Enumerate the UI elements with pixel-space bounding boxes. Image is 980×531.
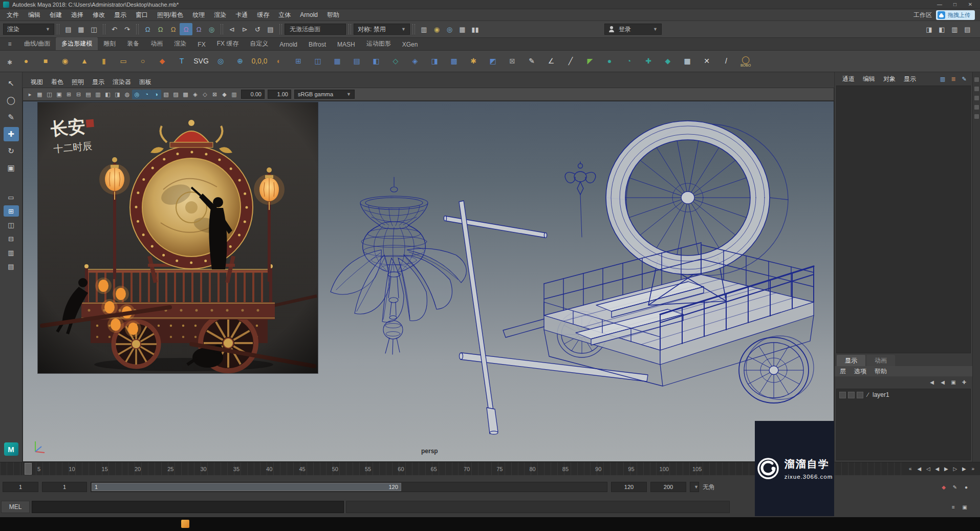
layout-button[interactable]: ◫: [4, 219, 19, 230]
shelf-tool-icon[interactable]: ▦: [330, 52, 345, 71]
command-line-icon[interactable]: ▣: [961, 502, 969, 512]
shelf-tool-icon[interactable]: ◩: [485, 52, 500, 71]
side-strip-toggle-icon[interactable]: [974, 96, 979, 100]
playback-button[interactable]: ▶: [942, 464, 950, 474]
panel-menu-item[interactable]: 显示: [88, 76, 108, 88]
shelf-tool-icon[interactable]: ⊞: [291, 52, 306, 71]
side-strip-toggle-icon[interactable]: [974, 114, 979, 119]
viewport-toolbar-icon[interactable]: ◨: [113, 90, 122, 99]
separator[interactable]: [279, 24, 282, 34]
range-bar[interactable]: 1 120: [92, 483, 401, 491]
viewport-toolbar-icon[interactable]: ◈: [190, 90, 200, 99]
shelf-tool-icon[interactable]: ▤: [349, 52, 364, 71]
panel-menu-item[interactable]: 面板: [135, 76, 156, 88]
separator[interactable]: [136, 24, 139, 34]
playback-button[interactable]: ▷: [951, 464, 960, 474]
layer-editor-menu-item[interactable]: 选项: [850, 366, 870, 377]
shelf-tool-icon[interactable]: ◆: [155, 52, 170, 71]
playback-button[interactable]: ◀: [933, 464, 942, 474]
playback-start-field[interactable]: [42, 482, 87, 492]
playback-button[interactable]: ◁: [924, 464, 932, 474]
anim-option-icon[interactable]: ✎: [951, 482, 959, 492]
menu-item[interactable]: 帮助: [322, 9, 344, 20]
viewport-toolbar-icon[interactable]: ◫: [45, 90, 54, 99]
tool-button[interactable]: ↖: [4, 76, 19, 91]
viewport-toolbar-icon[interactable]: ▨: [171, 90, 181, 99]
menu-item[interactable]: 选择: [67, 9, 88, 20]
shelf-tool-icon[interactable]: ▩: [446, 52, 462, 71]
login-dropdown[interactable]: 登录 ▼: [604, 24, 662, 35]
viewport-toolbar-icon[interactable]: ◔: [142, 90, 151, 99]
viewport-toolbar-icon[interactable]: ⊞: [64, 90, 74, 99]
channel-box-menu-item[interactable]: 对象: [880, 73, 899, 84]
shelf-tool-icon[interactable]: ●: [18, 52, 34, 71]
panel-menu-item[interactable]: 照明: [68, 76, 88, 88]
layer-editor-tab[interactable]: 显示: [837, 355, 865, 366]
viewport-toolbar-icon[interactable]: ⊠: [210, 90, 220, 99]
construction-icon[interactable]: ⊲: [226, 23, 238, 35]
panel-toggle-icon[interactable]: ▥: [948, 23, 961, 35]
window-control-button[interactable]: □: [947, 1, 963, 9]
shelf-tool-icon[interactable]: ✕: [699, 52, 714, 71]
shelf-tool-icon[interactable]: ◉: [57, 52, 73, 71]
file-icon[interactable]: ▦: [75, 23, 88, 35]
shelf-tool-icon[interactable]: ◐: [271, 52, 287, 71]
snap-icon[interactable]: Ω: [154, 23, 167, 35]
playback-button[interactable]: ▶: [960, 464, 968, 474]
layer-display-type-icon[interactable]: ∕: [865, 391, 870, 398]
command-line-icon[interactable]: ≡: [949, 502, 957, 512]
playback-button[interactable]: »: [969, 464, 977, 474]
shelf-tool-icon[interactable]: ◤: [582, 52, 598, 71]
separator[interactable]: [349, 24, 351, 34]
menu-item[interactable]: 缓存: [252, 9, 274, 20]
shelf-tab[interactable]: XGen: [397, 39, 424, 50]
construction-icon[interactable]: ⊳: [238, 23, 251, 35]
panel-toggle-icon[interactable]: ◧: [935, 23, 948, 35]
shelf-tool-icon[interactable]: SVG: [193, 52, 209, 71]
separator[interactable]: [103, 24, 105, 34]
channel-box-corner-icon[interactable]: ≣: [949, 75, 957, 83]
shelf-side-icon[interactable]: ≡: [8, 40, 11, 48]
separator[interactable]: [57, 24, 59, 34]
character-set-dropdown[interactable]: ▼: [690, 482, 699, 492]
window-control-button[interactable]: ✕: [963, 1, 978, 9]
construction-icon[interactable]: ▤: [264, 23, 277, 35]
layer-playback-toggle[interactable]: [848, 392, 855, 398]
viewport-toolbar-icon[interactable]: ◆: [220, 90, 229, 99]
snap-icon[interactable]: Ω: [192, 23, 205, 35]
anim-option-icon[interactable]: ●: [962, 482, 970, 492]
playback-button[interactable]: «: [906, 464, 914, 474]
viewport-toolbar-icon[interactable]: ▩: [181, 90, 190, 99]
render-icon[interactable]: ▮▮: [469, 23, 482, 35]
shelf-tool-icon[interactable]: ⊕: [232, 52, 248, 71]
tool-button[interactable]: ↻: [4, 144, 19, 158]
separator[interactable]: [221, 24, 223, 34]
channel-box-corner-icon[interactable]: ✎: [960, 75, 968, 83]
shelf-tool-icon[interactable]: ◯BOBO: [738, 52, 753, 71]
layer-editor-menu-item[interactable]: 帮助: [870, 366, 891, 377]
viewport-toolbar-icon[interactable]: ◍: [122, 90, 132, 99]
layer-toolbar-icon[interactable]: ✚: [960, 378, 968, 386]
shelf-tool-icon[interactable]: ◇: [388, 52, 403, 71]
shelf-tool-icon[interactable]: ∠: [543, 52, 559, 71]
shelf-tool-icon[interactable]: 0,0,0: [252, 52, 267, 71]
shelf-tool-icon[interactable]: ◨: [427, 52, 442, 71]
shelf-tool-icon[interactable]: ▲: [77, 52, 92, 71]
viewport-toolbar-icon[interactable]: ▧: [161, 90, 171, 99]
snap-icon[interactable]: Ω: [167, 23, 180, 35]
history-icon[interactable]: ↶: [108, 23, 121, 35]
command-input[interactable]: [32, 501, 344, 513]
shelf-tab[interactable]: Arnold: [274, 39, 303, 50]
construction-icon[interactable]: ↺: [251, 23, 264, 35]
shelf-tab[interactable]: FX: [192, 39, 211, 50]
file-icon[interactable]: ▤: [62, 23, 75, 35]
layout-button[interactable]: ▥: [4, 247, 19, 258]
panel-menu-item[interactable]: 着色: [47, 76, 68, 88]
render-icon[interactable]: ▦: [456, 23, 469, 35]
shelf-tab[interactable]: 曲线/曲面: [18, 37, 56, 50]
viewport-toolbar-icon[interactable]: ◎: [132, 90, 142, 99]
shelf-tab[interactable]: 运动图形: [361, 37, 397, 50]
viewport[interactable]: 长安 十二时辰: [23, 101, 834, 462]
shelf-tool-icon[interactable]: ◆: [660, 52, 676, 71]
menu-item[interactable]: 创建: [45, 9, 67, 20]
